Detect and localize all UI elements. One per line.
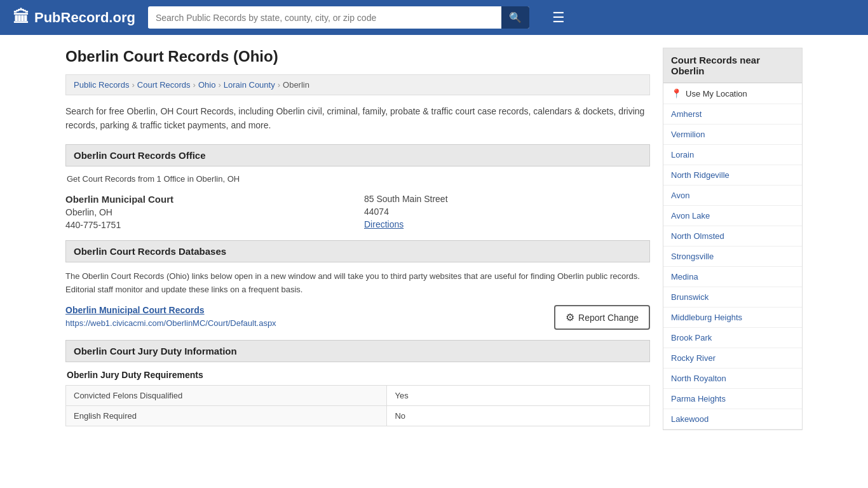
search-bar: 🔍 <box>148 6 529 29</box>
breadcrumb-oberlin: Oberlin <box>283 80 309 90</box>
db-record-row: Oberlin Municipal Court Records https://… <box>65 305 650 330</box>
sidebar-item-north-ridgeville[interactable]: North Ridgeville <box>663 165 802 186</box>
content-area: Oberlin Court Records (Ohio) Public Reco… <box>65 48 650 437</box>
directions-link[interactable]: Directions <box>364 219 403 229</box>
office-name: Oberlin Municipal Court <box>65 194 351 205</box>
jury-table: Convicted Felons Disqualified Yes Englis… <box>65 385 650 426</box>
sidebar: Court Records near Oberlin 📍 Use My Loca… <box>663 48 803 437</box>
jury-section: Oberlin Court Jury Duty Information Ober… <box>65 340 650 426</box>
menu-button[interactable]: ☰ <box>547 7 570 29</box>
jury-section-header: Oberlin Court Jury Duty Information <box>65 340 650 362</box>
breadcrumb-sep-4: › <box>278 80 280 90</box>
sidebar-item-brunswick[interactable]: Brunswick <box>663 287 802 308</box>
sidebar-item-avon[interactable]: Avon <box>663 186 802 206</box>
breadcrumb: Public Records › Court Records › Ohio › … <box>65 74 650 95</box>
jury-value-felons: Yes <box>387 386 650 406</box>
sidebar-use-location[interactable]: 📍 Use My Location <box>663 83 802 104</box>
breadcrumb-lorain[interactable]: Lorain County <box>224 80 275 90</box>
office-subtitle: Get Court Records from 1 Office in Oberl… <box>65 174 650 184</box>
sidebar-title: Court Records near Oberlin <box>663 48 802 83</box>
page-title: Oberlin Court Records (Ohio) <box>65 48 650 65</box>
databases-section-header: Oberlin Court Records Databases <box>65 240 650 262</box>
office-zip: 44074 <box>364 207 650 217</box>
sidebar-item-strongsville[interactable]: Strongsville <box>663 247 802 267</box>
breadcrumb-ohio[interactable]: Ohio <box>198 80 215 90</box>
breadcrumb-sep-3: › <box>218 80 220 90</box>
page-description: Search for free Oberlin, OH Court Record… <box>65 104 650 133</box>
hamburger-icon: ☰ <box>552 10 565 25</box>
sidebar-item-north-royalton[interactable]: North Royalton <box>663 369 802 389</box>
jury-sub-header: Oberlin Jury Duty Requirements <box>65 370 650 380</box>
search-input[interactable] <box>148 8 501 28</box>
sidebar-item-rocky-river[interactable]: Rocky River <box>663 348 802 369</box>
office-phone: 440-775-1751 <box>65 220 351 230</box>
jury-value-english: No <box>387 406 650 426</box>
jury-label-felons: Convicted Felons Disqualified <box>66 386 387 406</box>
sidebar-item-north-olmsted[interactable]: North Olmsted <box>663 226 802 247</box>
office-detail: Oberlin Municipal Court Oberlin, OH 440-… <box>65 194 650 230</box>
main-container: Oberlin Court Records (Ohio) Public Reco… <box>53 35 815 449</box>
db-record-left: Oberlin Municipal Court Records https://… <box>65 305 276 328</box>
sidebar-item-middleburg-heights[interactable]: Middleburg Heights <box>663 308 802 328</box>
db-record-url[interactable]: https://web1.civicacmi.com/OberlinMC/Cou… <box>65 318 276 328</box>
sidebar-box: Court Records near Oberlin 📍 Use My Loca… <box>663 48 803 430</box>
breadcrumb-sep-1: › <box>132 80 134 90</box>
breadcrumb-court-records[interactable]: Court Records <box>137 80 191 90</box>
sidebar-item-amherst[interactable]: Amherst <box>663 104 802 125</box>
report-change-button[interactable]: ⚙ Report Change <box>554 305 650 330</box>
office-section-header: Oberlin Court Records Office <box>65 144 650 166</box>
report-change-icon: ⚙ <box>566 311 574 323</box>
sidebar-item-parma-heights[interactable]: Parma Heights <box>663 389 802 409</box>
jury-row-felons: Convicted Felons Disqualified Yes <box>66 386 650 406</box>
office-city: Oberlin, OH <box>65 207 351 217</box>
databases-section: Oberlin Court Records Databases The Ober… <box>65 240 650 330</box>
search-button[interactable]: 🔍 <box>501 6 529 29</box>
logo-icon: 🏛 <box>13 8 29 27</box>
jury-row-english: English Required No <box>66 406 650 426</box>
databases-description: The Oberlin Court Records (Ohio) links b… <box>65 270 650 297</box>
location-pin-icon: 📍 <box>671 88 682 98</box>
search-icon: 🔍 <box>509 12 522 23</box>
db-record-name[interactable]: Oberlin Municipal Court Records <box>65 305 276 315</box>
office-right: 85 South Main Street 44074 Directions <box>364 194 650 230</box>
sidebar-item-lakewood[interactable]: Lakewood <box>663 409 802 430</box>
breadcrumb-sep-2: › <box>193 80 196 90</box>
header: 🏛 PubRecord.org 🔍 ☰ <box>0 0 868 35</box>
report-change-label: Report Change <box>578 313 639 323</box>
sidebar-item-avon-lake[interactable]: Avon Lake <box>663 206 802 226</box>
logo[interactable]: 🏛 PubRecord.org <box>13 8 135 27</box>
use-location-label: Use My Location <box>686 89 747 98</box>
breadcrumb-public-records[interactable]: Public Records <box>74 80 129 90</box>
sidebar-item-lorain[interactable]: Lorain <box>663 145 802 165</box>
jury-label-english: English Required <box>66 406 387 426</box>
sidebar-item-brook-park[interactable]: Brook Park <box>663 328 802 348</box>
logo-text: PubRecord.org <box>34 10 135 26</box>
office-address: 85 South Main Street <box>364 194 650 204</box>
sidebar-item-medina[interactable]: Medina <box>663 267 802 287</box>
sidebar-item-vermilion[interactable]: Vermilion <box>663 125 802 145</box>
office-left: Oberlin Municipal Court Oberlin, OH 440-… <box>65 194 351 230</box>
office-section: Oberlin Court Records Office Get Court R… <box>65 144 650 230</box>
